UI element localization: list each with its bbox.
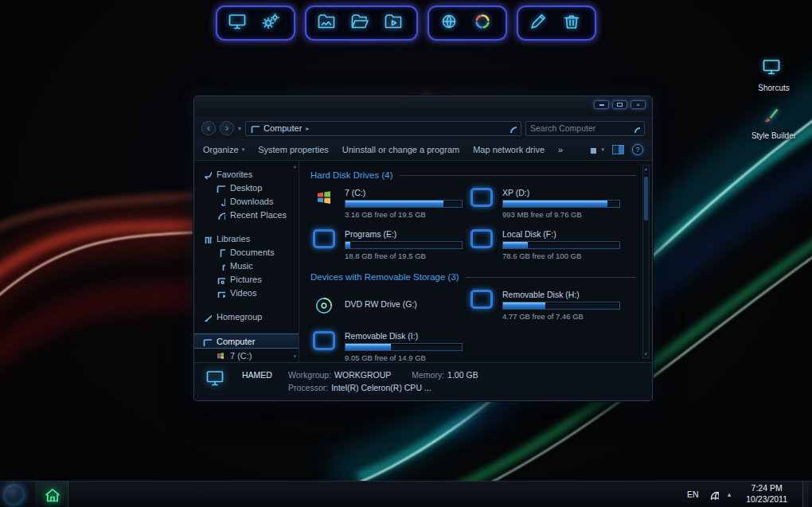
- toolbar-overflow-button[interactable]: »: [558, 145, 563, 154]
- taskbar-home-app[interactable]: [35, 482, 68, 507]
- disk-drive-icon: [470, 229, 493, 248]
- views-grid-icon: [588, 145, 598, 155]
- disk-drive-icon: [470, 188, 493, 207]
- scrollbar-thumb[interactable]: [644, 177, 648, 220]
- drive-item-e[interactable]: Programs (E:) 18.8 GB free of 19.5 GB: [310, 229, 468, 260]
- monitor-icon[interactable]: [228, 12, 250, 34]
- refresh-icon[interactable]: [507, 123, 517, 133]
- computer-name: HAMED: [242, 369, 288, 382]
- organize-button[interactable]: Organize ▾: [203, 145, 244, 154]
- processor-value: Intel(R) Celeron(R) CPU ...: [331, 382, 431, 395]
- forward-button[interactable]: ›: [220, 121, 234, 135]
- help-icon: ?: [635, 146, 639, 154]
- sidebar-item-downloads[interactable]: Downloads: [194, 194, 299, 208]
- back-icon: ‹: [207, 123, 210, 134]
- download-icon: [216, 197, 225, 206]
- globe-icon[interactable]: [708, 489, 719, 500]
- taskbar: EN ▴ 7:24 PM 10/23/2011: [0, 481, 812, 507]
- drive-usage-bar: [502, 302, 620, 310]
- dvd-disc-icon: [314, 295, 334, 316]
- search-input[interactable]: [530, 123, 627, 133]
- scroll-down-icon[interactable]: ▼: [644, 352, 649, 357]
- drive-item-c[interactable]: 7 (C:) 3.16 GB free of 19.5 GB: [310, 188, 468, 219]
- computer-icon: [202, 337, 212, 346]
- drive-item-h[interactable]: Removable Disk (H:) 4.77 GB free of 7.46…: [468, 290, 626, 321]
- system-properties-button[interactable]: System properties: [258, 145, 329, 154]
- desktop-icon-style-builder[interactable]: Style Builder: [751, 105, 796, 140]
- help-button[interactable]: ?: [632, 144, 643, 155]
- sidebar-scrollbar[interactable]: ▲ ▼: [291, 164, 299, 359]
- sidebar-item-computer[interactable]: Computer: [194, 333, 299, 349]
- sidebar-group-libraries: Libraries Documents Music Pictures: [194, 232, 299, 299]
- maximize-button[interactable]: [612, 100, 627, 109]
- close-button[interactable]: ×: [630, 100, 646, 109]
- media-pinwheel-icon[interactable]: [473, 12, 495, 34]
- maximize-icon: [617, 103, 623, 107]
- sidebar-item-videos[interactable]: Videos: [194, 286, 299, 299]
- star-icon: [202, 170, 212, 179]
- uninstall-program-button[interactable]: Uninstall or change a program: [342, 145, 459, 154]
- sidebar-item-recent-places[interactable]: Recent Places: [194, 208, 299, 221]
- top-dock: [216, 6, 596, 41]
- scroll-up-icon[interactable]: ▲: [644, 166, 649, 171]
- language-indicator[interactable]: EN: [687, 489, 699, 499]
- sidebar-item-drive-c[interactable]: 7 (C:): [194, 349, 299, 362]
- drive-item-f[interactable]: Local Disk (F:) 78.6 GB free of 100 GB: [468, 229, 626, 260]
- sidebar-item-favorites[interactable]: Favorites: [194, 167, 299, 181]
- forward-icon: ›: [225, 123, 228, 134]
- sidebar-item-homegroup[interactable]: Homegroup: [194, 310, 299, 323]
- section-title: Hard Disk Drives (4): [310, 170, 393, 180]
- back-button[interactable]: ‹: [201, 121, 216, 135]
- desktop-icon-shorcuts[interactable]: Shorcuts: [758, 57, 789, 92]
- sidebar-item-libraries[interactable]: Libraries: [194, 232, 299, 245]
- sidebar-item-documents[interactable]: Documents: [194, 245, 299, 259]
- folder-open-icon[interactable]: [350, 12, 373, 34]
- sidebar-item-pictures[interactable]: Pictures: [194, 272, 299, 286]
- section-rule: [466, 277, 636, 278]
- clock[interactable]: 7:24 PM 10/23/2011: [740, 483, 794, 505]
- drive-usage-fill: [345, 201, 443, 207]
- video-icon: [216, 288, 225, 298]
- minimize-button[interactable]: [594, 100, 609, 109]
- sidebar-item-music[interactable]: Music: [194, 259, 299, 272]
- drive-item-d[interactable]: XP (D:) 993 MB free of 9.76 GB: [468, 188, 626, 219]
- sidebar-group-computer: Computer 7 (C:): [194, 333, 299, 362]
- breadcrumb-arrow-icon[interactable]: ▸: [306, 125, 309, 132]
- search-box: [525, 121, 645, 136]
- section-rule: [400, 175, 636, 176]
- show-hidden-icons-arrow[interactable]: ▴: [728, 490, 732, 498]
- system-tray: EN ▴ 7:24 PM 10/23/2011: [687, 482, 812, 507]
- paint-brush-icon: [762, 105, 786, 129]
- map-network-drive-button[interactable]: Map network drive: [473, 145, 545, 154]
- dock-group-system: [216, 6, 295, 41]
- scroll-up-icon[interactable]: ▲: [293, 164, 298, 169]
- hard-disk-drive-list: 7 (C:) 3.16 GB free of 19.5 GB XP (D:): [310, 188, 636, 271]
- drive-usage-fill: [503, 302, 545, 309]
- trash-icon[interactable]: [562, 12, 584, 34]
- breadcrumb[interactable]: Computer: [264, 123, 302, 133]
- change-view-button[interactable]: ▾: [588, 145, 604, 155]
- internet-explorer-icon[interactable]: [439, 12, 462, 34]
- desktop-icon: [216, 183, 225, 193]
- clock-time: 7:24 PM: [746, 483, 787, 494]
- drive-item-i[interactable]: Removable Disk (I:) 9.05 GB free of 14.9…: [310, 331, 468, 362]
- titlebar[interactable]: ×: [194, 96, 652, 117]
- drive-usage-fill: [345, 344, 391, 350]
- show-desktop-button[interactable]: [802, 482, 809, 507]
- recent-pages-dropdown[interactable]: ▾: [238, 125, 241, 132]
- preview-pane-button[interactable]: [612, 145, 624, 154]
- address-bar[interactable]: Computer ▸: [245, 121, 521, 136]
- folder-pictures-icon[interactable]: [317, 12, 339, 34]
- drive-item-g[interactable]: DVD RW Drive (G:): [310, 290, 468, 321]
- scroll-down-icon[interactable]: ▼: [293, 354, 298, 359]
- folder-media-icon[interactable]: [384, 12, 406, 34]
- drive-free-space: 3.16 GB free of 19.5 GB: [345, 210, 463, 219]
- content-scrollbar[interactable]: ▲ ▼: [642, 165, 650, 358]
- sidebar-item-desktop[interactable]: Desktop: [194, 181, 299, 194]
- clock-icon: [216, 210, 225, 220]
- start-button[interactable]: [2, 483, 25, 506]
- drive-name: 7 (C:): [345, 188, 463, 197]
- search-icon[interactable]: [631, 124, 640, 133]
- gears-icon[interactable]: [261, 12, 283, 34]
- pencil-icon[interactable]: [529, 12, 551, 34]
